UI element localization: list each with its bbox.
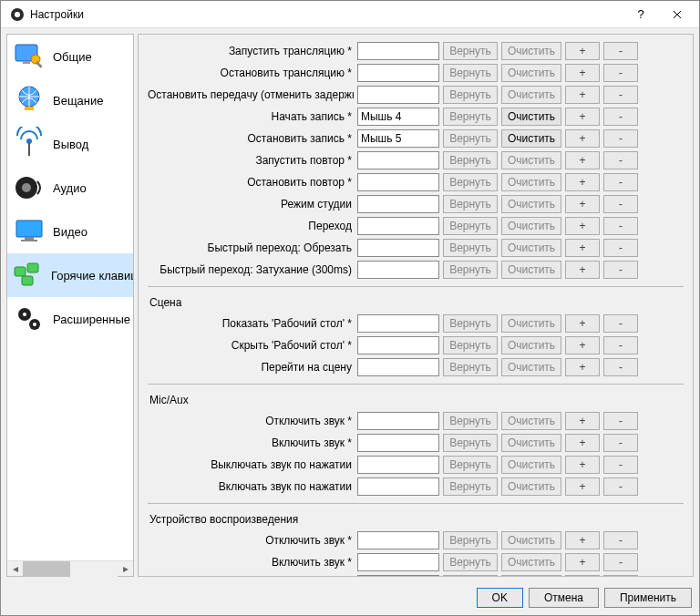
revert-button[interactable]: Вернуть [443,108,498,126]
remove-button[interactable]: - [603,314,638,333]
revert-button[interactable]: Вернуть [443,173,498,191]
help-button[interactable]: ? [623,2,659,27]
sidebar-item-audio[interactable]: Аудио [7,166,133,210]
hotkey-input[interactable] [357,173,439,191]
add-button[interactable]: + [565,531,600,549]
revert-button[interactable]: Вернуть [443,217,498,235]
scroll-thumb[interactable] [23,561,70,577]
clear-button[interactable]: Очистить [501,477,561,496]
sidebar-item-video[interactable]: Видео [7,210,133,253]
revert-button[interactable]: Вернуть [443,553,498,571]
clear-button[interactable]: Очистить [501,108,561,126]
clear-button[interactable]: Очистить [501,336,561,354]
revert-button[interactable]: Вернуть [443,42,498,60]
remove-button[interactable]: - [603,477,638,496]
sidebar-item-stream[interactable]: Вещание [7,78,133,122]
revert-button[interactable]: Вернуть [443,531,498,549]
add-button[interactable]: + [565,477,600,496]
clear-button[interactable]: Очистить [501,86,561,104]
remove-button[interactable]: - [603,575,638,577]
sidebar-item-output[interactable]: Вывод [7,122,133,166]
revert-button[interactable]: Вернуть [443,151,498,169]
hotkey-input[interactable] [357,64,439,82]
remove-button[interactable]: - [603,434,638,452]
clear-button[interactable]: Очистить [501,173,561,191]
remove-button[interactable]: - [603,151,638,169]
clear-button[interactable]: Очистить [501,195,561,213]
add-button[interactable]: + [565,434,600,452]
clear-button[interactable]: Очистить [501,239,561,257]
hotkey-input[interactable] [357,42,439,60]
sidebar-item-general[interactable]: Общие [7,35,133,78]
revert-button[interactable]: Вернуть [443,434,498,452]
add-button[interactable]: + [565,129,600,148]
add-button[interactable]: + [565,412,600,430]
hotkey-input[interactable] [357,412,439,430]
remove-button[interactable]: - [603,42,638,60]
remove-button[interactable]: - [603,553,638,571]
hotkey-input[interactable] [357,261,439,279]
scroll-track[interactable] [23,561,118,577]
add-button[interactable]: + [565,151,600,169]
add-button[interactable]: + [565,64,600,82]
scroll-left-icon[interactable]: ◂ [7,561,23,577]
hotkey-input[interactable] [357,239,439,257]
add-button[interactable]: + [565,336,600,354]
add-button[interactable]: + [565,42,600,60]
add-button[interactable]: + [565,553,600,571]
clear-button[interactable]: Очистить [501,261,561,279]
hotkey-input[interactable] [357,434,439,452]
add-button[interactable]: + [565,456,600,474]
remove-button[interactable]: - [603,86,638,104]
remove-button[interactable]: - [603,336,638,354]
revert-button[interactable]: Вернуть [443,336,498,354]
remove-button[interactable]: - [603,64,638,82]
revert-button[interactable]: Вернуть [443,314,498,333]
hotkey-input[interactable] [357,217,439,235]
remove-button[interactable]: - [603,217,638,235]
remove-button[interactable]: - [603,531,638,549]
remove-button[interactable]: - [603,456,638,474]
hotkey-input[interactable] [357,195,439,213]
apply-button[interactable]: Применить [604,588,692,608]
hotkey-input[interactable] [357,108,439,126]
add-button[interactable]: + [565,575,600,577]
revert-button[interactable]: Вернуть [443,86,498,104]
hotkey-input[interactable] [357,129,439,148]
remove-button[interactable]: - [603,412,638,430]
remove-button[interactable]: - [603,173,638,191]
hotkey-input[interactable] [357,477,439,496]
remove-button[interactable]: - [603,108,638,126]
add-button[interactable]: + [565,173,600,191]
add-button[interactable]: + [565,239,600,257]
revert-button[interactable]: Вернуть [443,575,498,577]
revert-button[interactable]: Вернуть [443,195,498,213]
remove-button[interactable]: - [603,129,638,148]
revert-button[interactable]: Вернуть [443,412,498,430]
hotkey-input[interactable] [357,358,439,376]
add-button[interactable]: + [565,195,600,213]
clear-button[interactable]: Очистить [501,434,561,452]
clear-button[interactable]: Очистить [501,575,561,577]
remove-button[interactable]: - [603,358,638,376]
hotkey-input[interactable] [357,575,439,577]
scroll-right-icon[interactable]: ▸ [118,561,133,577]
revert-button[interactable]: Вернуть [443,129,498,148]
revert-button[interactable]: Вернуть [443,261,498,279]
clear-button[interactable]: Очистить [501,358,561,376]
revert-button[interactable]: Вернуть [443,477,498,496]
remove-button[interactable]: - [603,261,638,279]
remove-button[interactable]: - [603,239,638,257]
hotkey-input[interactable] [357,336,439,354]
add-button[interactable]: + [565,108,600,126]
hotkey-input[interactable] [357,531,439,549]
clear-button[interactable]: Очистить [501,531,561,549]
clear-button[interactable]: Очистить [501,151,561,169]
add-button[interactable]: + [565,261,600,279]
add-button[interactable]: + [565,358,600,376]
close-button[interactable] [659,2,695,27]
clear-button[interactable]: Очистить [501,129,561,148]
add-button[interactable]: + [565,217,600,235]
remove-button[interactable]: - [603,195,638,213]
add-button[interactable]: + [565,314,600,333]
